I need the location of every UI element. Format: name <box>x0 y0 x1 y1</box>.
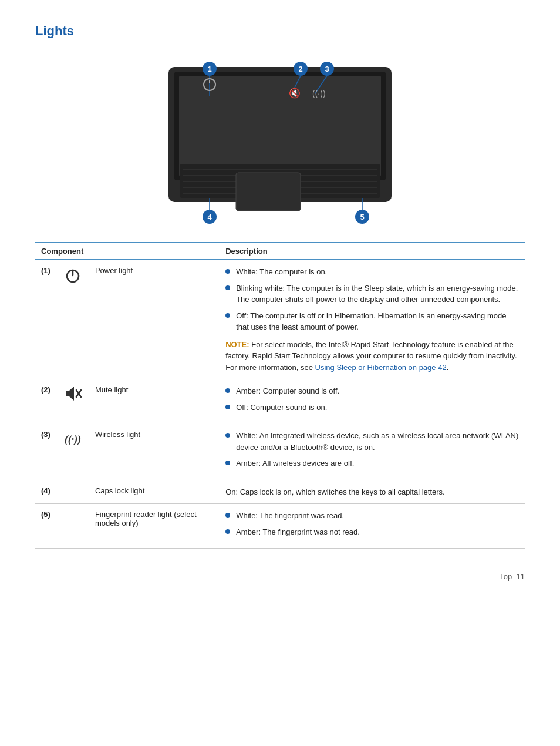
page-footer: Top 11 <box>35 572 525 581</box>
component-name: Wireless light <box>89 424 220 480</box>
bullet-text: Amber: All wireless devices are off. <box>236 458 354 469</box>
svg-text:5: 5 <box>360 213 364 221</box>
power-icon <box>63 266 82 285</box>
wireless-icon: ((·)) <box>62 430 83 446</box>
bullet-text: Off: Computer sound is on. <box>236 402 327 414</box>
list-item: Off: Computer sound is on. <box>225 402 519 414</box>
svg-text:3: 3 <box>325 65 329 73</box>
component-name: Caps lock light <box>89 480 220 504</box>
component-name: Power light <box>89 260 220 379</box>
bullet-dot <box>225 513 230 518</box>
list-item: Amber: All wireless devices are off. <box>225 458 519 469</box>
bullet-dot <box>225 433 230 438</box>
bullet-dot <box>225 269 230 274</box>
component-number: (4) <box>35 480 56 504</box>
bullet-text: White: The fingerprint was read. <box>236 510 344 522</box>
list-item: Blinking white: The computer is in the S… <box>225 283 519 305</box>
col1-header: Component <box>35 243 220 260</box>
bullet-text: Amber: The fingerprint was not read. <box>236 526 360 538</box>
bullet-dot <box>225 388 230 393</box>
col2-header: Description <box>220 243 525 260</box>
component-description: On: Caps lock is on, which switches the … <box>220 480 525 504</box>
list-item: White: An integrated wireless device, su… <box>225 430 519 453</box>
component-name: Fingerprint reader light (select models … <box>89 504 220 549</box>
table-row: (5)Fingerprint reader light (select mode… <box>35 504 525 549</box>
footer-page-number: 11 <box>517 572 525 581</box>
list-item: Off: The computer is off or in Hibernati… <box>225 310 519 333</box>
component-icon <box>56 379 89 424</box>
plain-description: On: Caps lock is on, which switches the … <box>225 486 519 498</box>
bullet-text: Amber: Computer sound is off. <box>236 385 339 397</box>
component-number: (3) <box>35 424 56 480</box>
list-item: White: The computer is on. <box>225 266 519 278</box>
bullet-dot <box>225 285 230 290</box>
bullet-text: Blinking white: The computer is in the S… <box>236 283 519 305</box>
svg-text:🔇: 🔇 <box>289 88 301 99</box>
component-description: Amber: Computer sound is off.Off: Comput… <box>220 379 525 424</box>
laptop-image: 1 2 3 4 5 🔇 <box>35 49 525 231</box>
page-title: Lights <box>35 23 525 39</box>
component-number: (1) <box>35 260 56 379</box>
component-icon <box>56 504 89 549</box>
component-table: Component Description (1) Power lightWhi… <box>35 242 525 549</box>
bullet-text: White: An integrated wireless device, su… <box>236 430 519 453</box>
svg-text:1: 1 <box>207 65 211 73</box>
table-row: (3) ((·)) Wireless lightWhite: An integr… <box>35 424 525 480</box>
component-icon <box>56 480 89 504</box>
footer-label: Top <box>500 572 512 581</box>
svg-text:2: 2 <box>298 65 302 73</box>
component-number: (5) <box>35 504 56 549</box>
list-item: White: The fingerprint was read. <box>225 510 519 522</box>
list-item: Amber: Computer sound is off. <box>225 385 519 397</box>
component-description: White: An integrated wireless device, su… <box>220 424 525 480</box>
component-icon: ((·)) <box>56 424 89 480</box>
note-label: NOTE: <box>225 340 249 349</box>
component-number: (2) <box>35 379 56 424</box>
svg-text:((·)): ((·)) <box>65 434 81 446</box>
svg-text:4: 4 <box>207 213 212 221</box>
table-row: (2) Mute lightAmber: Computer sound is o… <box>35 379 525 424</box>
table-row: (1) Power lightWhite: The computer is on… <box>35 260 525 379</box>
component-description: White: The computer is on.Blinking white… <box>220 260 525 379</box>
note-link[interactable]: Using Sleep or Hibernation on page 42 <box>315 363 447 372</box>
bullet-text: Off: The computer is off or in Hibernati… <box>236 310 519 333</box>
bullet-dot <box>225 313 230 318</box>
bullet-dot <box>225 405 230 409</box>
table-row: (4)Caps lock lightOn: Caps lock is on, w… <box>35 480 525 504</box>
bullet-text: White: The computer is on. <box>236 266 327 278</box>
svg-text:((·)): ((·)) <box>312 89 326 98</box>
component-name: Mute light <box>89 379 220 424</box>
list-item: Amber: The fingerprint was not read. <box>225 526 519 538</box>
mute-icon <box>63 385 82 402</box>
svg-rect-9 <box>236 173 301 211</box>
svg-marker-31 <box>66 387 74 401</box>
component-description: White: The fingerprint was read.Amber: T… <box>220 504 525 549</box>
component-icon <box>56 260 89 379</box>
bullet-dot <box>225 529 230 534</box>
note-block: NOTE: For select models, the Intel® Rapi… <box>225 339 519 374</box>
bullet-dot <box>225 461 230 465</box>
